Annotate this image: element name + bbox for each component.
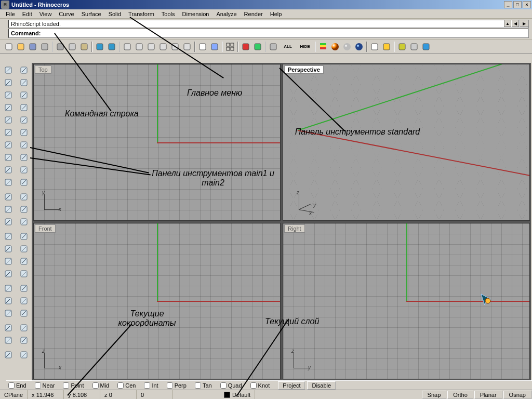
status-cplane[interactable]: CPlane xyxy=(0,390,28,399)
toolbtn-patch[interactable] xyxy=(18,216,30,228)
toolbtn-orient[interactable] xyxy=(18,268,30,280)
toolbtn-zoom[interactable] xyxy=(145,41,157,52)
viewport-label-perspective[interactable]: Perspective xyxy=(284,65,324,74)
toolbtn-ellipse[interactable] xyxy=(18,114,30,126)
menu-view[interactable]: View xyxy=(36,10,56,18)
toolbtn-undo[interactable] xyxy=(94,41,105,52)
toolbtn-select[interactable] xyxy=(2,64,15,76)
toolbtn-explode[interactable] xyxy=(18,307,30,320)
toolbtn-redo[interactable] xyxy=(106,41,117,52)
toolbtn-gears[interactable] xyxy=(396,41,408,52)
osnap-mid[interactable]: Mid xyxy=(92,382,110,389)
viewport-label-right[interactable]: Right xyxy=(284,224,305,233)
toolbtn-extrude[interactable] xyxy=(2,191,15,203)
menu-help[interactable]: Help xyxy=(267,10,286,18)
osnap-int[interactable]: Int xyxy=(144,382,158,389)
toolbtn-mirror[interactable] xyxy=(2,268,15,280)
toolbtn-shaded[interactable] xyxy=(209,41,220,52)
toolbtn-scale[interactable] xyxy=(2,255,15,268)
osnap-quad[interactable]: Quad xyxy=(220,382,242,389)
toolbtn-rotate[interactable] xyxy=(2,243,15,255)
toolbtn-rotate[interactable] xyxy=(134,41,145,52)
osnap-check-perp[interactable] xyxy=(167,382,173,389)
toolbtn-cone[interactable] xyxy=(381,41,392,52)
toolbtn-slab[interactable] xyxy=(18,139,30,151)
toolbtn-analyze[interactable] xyxy=(2,349,15,361)
status-layer[interactable]: Default xyxy=(220,390,255,399)
toolbtn-paste[interactable] xyxy=(78,41,90,52)
toolbtn-lasso[interactable] xyxy=(18,64,30,76)
osnap-cen[interactable]: Cen xyxy=(117,382,136,389)
toolbtn-leader[interactable] xyxy=(18,334,30,347)
toolbtn-polygon[interactable] xyxy=(2,151,15,164)
toolbtn-split[interactable] xyxy=(2,295,15,307)
toolbtn-star[interactable] xyxy=(18,151,30,164)
history-left-button[interactable]: ◀ xyxy=(512,20,519,27)
toolbtn-lock[interactable] xyxy=(268,41,279,52)
menu-surface[interactable]: Surface xyxy=(78,10,105,18)
toolbtn-fillet[interactable] xyxy=(18,282,30,295)
toolbtn-points[interactable] xyxy=(18,76,30,89)
toolbtn-zoom-sel[interactable] xyxy=(181,41,193,52)
toolbtn-arc2[interactable] xyxy=(18,126,30,139)
toolbtn-copy[interactable] xyxy=(18,230,30,243)
toolbtn-curve[interactable] xyxy=(2,89,15,101)
toolbtn-stack[interactable] xyxy=(317,41,329,52)
toolbtn-freeform[interactable] xyxy=(2,164,15,176)
toolbtn-polyline[interactable] xyxy=(2,101,15,114)
toolbtn-loft[interactable] xyxy=(2,216,15,228)
toolbtn-point[interactable] xyxy=(2,76,15,89)
toolbtn-save[interactable] xyxy=(27,41,38,52)
viewport-right[interactable]: Right zy xyxy=(283,223,530,380)
toolbtn-pan[interactable] xyxy=(122,41,133,52)
toolbtn-cut[interactable] xyxy=(55,41,66,52)
toolbtn-rect[interactable] xyxy=(2,139,15,151)
osnap-end[interactable]: End xyxy=(8,382,26,389)
history-right-button[interactable]: ▶ xyxy=(520,20,529,27)
osnap-check-mid[interactable] xyxy=(92,382,99,389)
toolbtn-all[interactable]: ALL xyxy=(280,41,296,52)
close-button[interactable]: × xyxy=(523,1,531,8)
menu-dimension[interactable]: Dimension xyxy=(179,10,213,18)
viewport-perspective[interactable]: Perspective z y x xyxy=(283,64,530,221)
toolbtn-trim[interactable] xyxy=(2,282,15,295)
toolbtn-layers[interactable] xyxy=(252,41,263,52)
toolbtn-blend[interactable] xyxy=(18,176,30,189)
minimize-button[interactable]: _ xyxy=(504,1,512,8)
toolbtn-zoom-extents[interactable] xyxy=(169,41,181,52)
viewport-label-front[interactable]: Front xyxy=(35,224,56,233)
viewport-label-top[interactable]: Top xyxy=(35,65,51,74)
menu-analyze[interactable]: Analyze xyxy=(212,10,240,18)
toolbtn-rail[interactable] xyxy=(18,203,30,216)
toolbtn-angle[interactable] xyxy=(18,322,30,334)
status-btn-planar[interactable]: Planar xyxy=(474,391,502,399)
toolbtn-hide[interactable]: HIDE xyxy=(297,41,313,52)
toolbtn-matte[interactable] xyxy=(341,41,353,52)
toolbtn-align[interactable] xyxy=(18,255,30,268)
toolbtn-zoom-window[interactable] xyxy=(157,41,169,52)
viewport-top[interactable]: Top yx xyxy=(33,64,281,221)
toolbtn-array[interactable] xyxy=(18,243,30,255)
osnap-check-tan[interactable] xyxy=(195,382,201,389)
osnap-point[interactable]: Point xyxy=(63,382,84,389)
toolbtn-curve2[interactable] xyxy=(18,101,30,114)
toolbtn-helix[interactable] xyxy=(18,164,30,176)
menu-curve[interactable]: Curve xyxy=(55,10,77,18)
osnap-btn-disable[interactable]: Disable xyxy=(307,381,336,390)
osnap-check-knot[interactable] xyxy=(250,382,257,389)
toolbtn-print[interactable] xyxy=(39,41,50,52)
osnap-btn-project[interactable]: Project xyxy=(278,381,305,390)
menu-transform[interactable]: Transform xyxy=(125,10,158,18)
toolbtn-dim[interactable] xyxy=(2,322,15,334)
toolbtn-chamfer[interactable] xyxy=(18,295,30,307)
toolbtn-lines[interactable] xyxy=(18,89,30,101)
osnap-knot[interactable]: Knot xyxy=(250,382,270,389)
toolbtn-copy[interactable] xyxy=(66,41,78,52)
toolbtn-arc[interactable] xyxy=(2,126,15,139)
osnap-tan[interactable]: Tan xyxy=(195,382,212,389)
menu-edit[interactable]: Edit xyxy=(19,10,36,18)
toolbtn-spiral[interactable] xyxy=(2,176,15,189)
osnap-check-cen[interactable] xyxy=(117,382,124,389)
toolbtn-sphere[interactable] xyxy=(369,41,380,52)
toolbtn-options[interactable] xyxy=(408,41,420,52)
